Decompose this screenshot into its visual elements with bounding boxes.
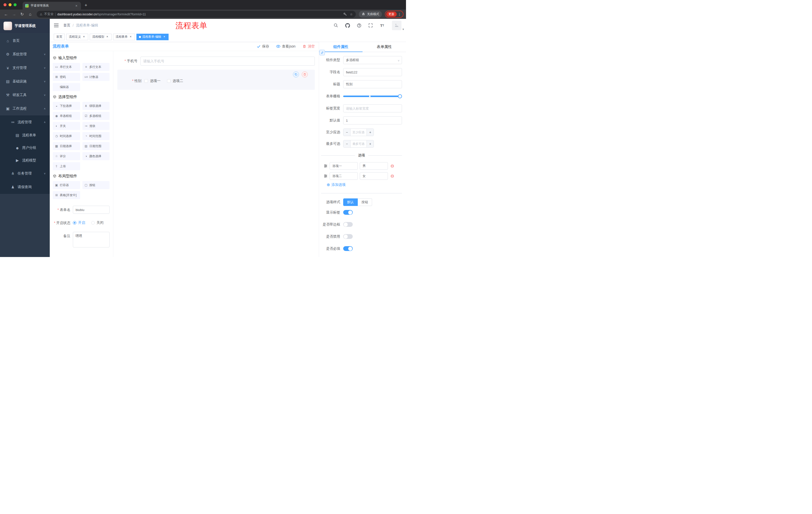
component-item[interactable]: ◑ 颜色选择 (82, 152, 110, 160)
component-item[interactable]: ▤ 日期范围 (82, 142, 110, 150)
password-key-icon[interactable] (343, 12, 347, 16)
component-item[interactable]: ◒ 下拉选择 (53, 102, 80, 110)
props-tab[interactable]: 组件属性 (319, 42, 362, 52)
toggle-switch[interactable] (343, 234, 353, 239)
copy-widget-button[interactable] (293, 72, 299, 77)
font-size-icon[interactable]: TT (379, 23, 385, 28)
sidebar-item[interactable]: ⚙ 系统管理 ∨ (0, 48, 50, 61)
option-value-input[interactable] (360, 172, 388, 180)
field-name-input[interactable] (343, 68, 402, 76)
props-tab[interactable]: 表单属性 (362, 42, 406, 52)
phone-field-row[interactable]: 手机号 (117, 57, 315, 65)
sidebar-item[interactable]: ▶ 流程模型 (0, 154, 50, 167)
remove-option-icon[interactable]: ⊖ (390, 164, 394, 168)
view-json-button[interactable]: 查看json (276, 44, 295, 49)
search-icon[interactable] (333, 23, 339, 28)
drag-handle-icon[interactable] (324, 164, 328, 168)
browser-tab[interactable]: 芋道管理系统 × (23, 2, 81, 9)
component-item[interactable]: ◔ 时间范围 (82, 132, 110, 140)
reload-button[interactable]: ↻ (19, 11, 26, 18)
forward-button[interactable]: → (10, 11, 18, 18)
tag-close-icon[interactable]: × (82, 35, 86, 39)
default-value-input[interactable] (343, 116, 402, 125)
grid-slider[interactable] (343, 92, 402, 100)
title-input[interactable] (343, 80, 402, 88)
component-item[interactable]: ▣ 行容器 (53, 181, 80, 189)
sidebar-item[interactable]: ⋔ 任务管理 ∨ (0, 167, 50, 180)
github-icon[interactable] (345, 23, 350, 28)
remove-option-icon[interactable]: ⊖ (390, 174, 394, 178)
component-item[interactable]: ≡ 多行文本 (82, 63, 110, 71)
component-item[interactable]: ◉ 单选框组 (53, 112, 80, 120)
label-width-input[interactable] (343, 104, 402, 112)
toggle-switch[interactable] (343, 222, 353, 227)
component-item[interactable]: ◷ 时间选择 (53, 132, 80, 140)
component-item[interactable]: ▢ 按钮 (82, 181, 110, 189)
user-avatar[interactable]: ▼ (392, 21, 402, 30)
option-name-input[interactable] (330, 172, 358, 180)
stepper-minus-icon[interactable]: − (343, 129, 350, 136)
option-style-choice[interactable]: 按钮 (358, 198, 372, 206)
maximize-window-button[interactable] (13, 3, 17, 6)
form-canvas[interactable]: 手机号 (113, 51, 319, 257)
new-tab-button[interactable]: + (82, 2, 89, 9)
toggle-switch[interactable] (343, 210, 353, 215)
collapse-sidebar-icon[interactable] (54, 23, 59, 28)
bookmark-star-icon[interactable]: ☆ (350, 12, 353, 16)
component-item[interactable]: ⊞ 表格[开发中] (53, 191, 80, 199)
sidebar-item[interactable]: ¥ 支付管理 ∨ (0, 61, 50, 75)
close-window-button[interactable] (3, 3, 6, 6)
status-radio[interactable]: 关闭 (91, 220, 104, 225)
tag-view[interactable]: 首页 × (54, 34, 65, 40)
form-name-input[interactable] (73, 206, 110, 214)
gender-checkbox[interactable]: 选项一 (144, 79, 161, 83)
address-bar[interactable]: ⚠ 不安全 dashboard.yudao.iocoder.cn/bpm/man… (37, 11, 356, 18)
sidebar-item[interactable]: ⌂ 首页 (0, 34, 50, 48)
component-item[interactable]: ◐ 开关 (53, 122, 80, 130)
home-button[interactable]: ⌂ (27, 11, 34, 18)
sidebar-item[interactable]: ▣ 工作流程 ∧ (0, 102, 50, 115)
sidebar-item[interactable]: ≔ 流程管理 ∧ (0, 115, 50, 129)
tag-view[interactable]: 流程表单-编辑 × (137, 34, 169, 40)
toggle-switch[interactable] (343, 246, 353, 251)
component-item[interactable]: ☑ 多选框组 (82, 112, 110, 120)
option-value-input[interactable] (360, 162, 388, 170)
phone-field-input[interactable] (140, 57, 315, 65)
component-type-select[interactable] (343, 56, 402, 64)
tag-close-icon[interactable]: × (129, 35, 133, 39)
help-icon[interactable] (356, 23, 362, 28)
tag-close-icon[interactable]: × (106, 35, 109, 39)
component-item[interactable]: ▭ 单行文本 (53, 63, 80, 71)
component-item[interactable]: 123 计数器 (82, 73, 110, 81)
sidebar-item[interactable]: ▤ 基础设施 ∨ (0, 75, 50, 88)
sidebar-item[interactable]: ▤ 流程表单 (0, 129, 50, 141)
slider-handle[interactable] (398, 94, 402, 98)
link-icon[interactable] (319, 50, 325, 55)
min-count-placeholder[interactable]: 至少应选 (350, 129, 367, 136)
option-name-input[interactable] (330, 162, 358, 170)
add-option-button[interactable]: ⊕ 添加选项 (327, 182, 402, 187)
back-button[interactable]: ← (2, 11, 9, 18)
breadcrumb-home[interactable]: 首页 (63, 23, 70, 28)
tag-view[interactable]: 流程模型 × (90, 34, 112, 40)
delete-widget-button[interactable] (302, 72, 308, 77)
option-style-choice[interactable]: 默认 (343, 198, 358, 206)
clear-button[interactable]: 清空 (302, 44, 315, 49)
sidebar-item[interactable]: ☻ 用户分组 (0, 141, 50, 154)
tag-view[interactable]: 流程表单 × (113, 34, 135, 40)
component-item[interactable]: ⇧ 上传 (53, 162, 80, 170)
minimize-window-button[interactable] (8, 3, 11, 6)
update-chip[interactable]: 更新 ⋮ (385, 10, 404, 18)
component-item[interactable]: ☆ 评分 (53, 152, 80, 160)
stepper-plus-icon[interactable]: + (367, 129, 374, 136)
sidebar-item[interactable]: ♟ 请假查询 (0, 180, 50, 194)
stepper-plus-icon[interactable]: + (367, 140, 374, 147)
drag-handle-icon[interactable] (324, 174, 328, 178)
tag-view[interactable]: 流程定义 × (66, 34, 88, 40)
selected-widget[interactable]: 性别 选项一 (117, 70, 315, 90)
sidebar-item[interactable]: ⚒ 研发工具 ∨ (0, 88, 50, 102)
tag-close-icon[interactable]: × (163, 35, 166, 39)
max-count-placeholder[interactable]: 最多可选 (350, 140, 367, 147)
stepper-minus-icon[interactable]: − (343, 140, 350, 147)
browser-menu-icon[interactable]: ⋮ (397, 12, 402, 16)
